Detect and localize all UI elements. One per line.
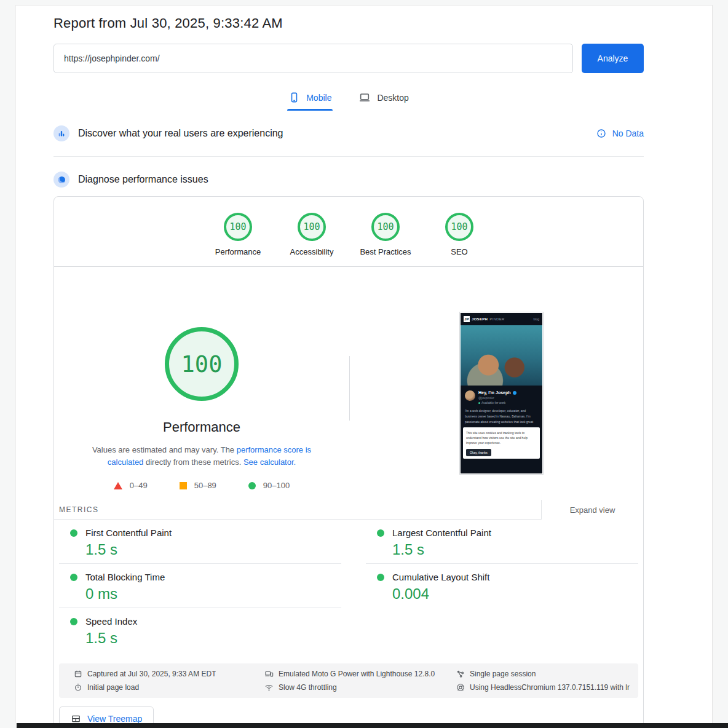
session-share-icon	[456, 670, 465, 678]
thumb-bio: I'm a web designer, developer, educator,…	[461, 405, 542, 425]
chromium-icon	[456, 683, 465, 692]
score-best-practices[interactable]: 100 Best Practices	[349, 213, 422, 256]
best-practices-score-label: Best Practices	[360, 247, 411, 256]
session-type[interactable]: Single page session	[456, 670, 633, 678]
tab-mobile[interactable]: Mobile	[287, 90, 333, 111]
tab-desktop-label: Desktop	[377, 93, 408, 103]
metrics-heading: METRICS	[59, 505, 99, 514]
average-square-icon	[180, 482, 187, 489]
performance-gauge-section: 100 Performance Values are estimated and…	[54, 267, 643, 500]
metric-cumulative-layout-shift: Cumulative Layout Shift 0.004	[366, 564, 638, 608]
score-accessibility[interactable]: 100 Accessibility	[275, 213, 349, 256]
network-signal-icon	[264, 683, 274, 692]
accessibility-score-gauge: 100	[298, 213, 326, 241]
no-data-status[interactable]: No Data	[596, 129, 644, 138]
tab-mobile-label: Mobile	[306, 93, 331, 103]
disclaimer-text-2: directly from these metrics.	[143, 457, 243, 467]
metric-name: Cumulative Layout Shift	[392, 572, 489, 582]
legend-average-range: 50–89	[194, 481, 216, 490]
metric-name: Largest Contentful Paint	[392, 528, 491, 538]
seo-score-label: SEO	[451, 247, 467, 256]
metric-total-blocking-time: Total Blocking Time 0 ms	[59, 564, 341, 608]
metric-first-contentful-paint: First Contentful Paint 1.5 s	[59, 520, 341, 564]
metric-name: Total Blocking Time	[85, 572, 165, 582]
metrics-grid: First Contentful Paint 1.5 s Total Block…	[54, 520, 643, 652]
field-data-title: Discover what your real users are experi…	[78, 128, 283, 139]
metric-pass-dot-icon	[377, 529, 384, 537]
thumb-cookie-banner: This site uses cookies and tracking tool…	[463, 427, 540, 459]
metric-value: 1.5 s	[392, 541, 638, 558]
url-bar: Analyze	[53, 44, 644, 73]
metric-name: First Contentful Paint	[85, 528, 172, 538]
no-data-label: No Data	[612, 129, 644, 138]
thumb-cookie-button: Okay, thanks	[466, 449, 491, 456]
thumb-site-logo: JP	[464, 316, 470, 322]
treemap-icon	[71, 714, 81, 724]
report-page: Report from Jul 30, 2025, 9:33:42 AM Ana…	[15, 5, 713, 723]
thumb-profile: Hey, I'm Joseph @joepinder Available for…	[461, 386, 542, 405]
disclaimer-text-1: Values are estimated and may vary. The	[92, 445, 237, 454]
url-input[interactable]	[53, 44, 573, 73]
gauge-title: Performance	[163, 419, 240, 435]
thumb-cookie-text: This site uses cookies and tracking tool…	[466, 430, 537, 445]
device-tabs: Mobile Desktop	[53, 90, 644, 111]
analyze-button[interactable]: Analyze	[582, 44, 644, 73]
metric-largest-contentful-paint: Largest Contentful Paint 1.5 s	[366, 520, 638, 564]
metric-pass-dot-icon	[70, 618, 77, 625]
score-performance[interactable]: 100 Performance	[201, 213, 275, 256]
see-calculator-link[interactable]: See calculator.	[243, 457, 296, 467]
metric-value: 0 ms	[85, 585, 341, 603]
metric-value: 1.5 s	[85, 630, 341, 647]
page-title: Report from Jul 30, 2025, 9:33:42 AM	[53, 15, 644, 31]
browser-version[interactable]: Using HeadlessChromium 137.0.7151.119 wi…	[456, 683, 633, 692]
accessibility-score-label: Accessibility	[290, 247, 334, 256]
thumb-site-header: JP JOSEPHPINDER blog	[461, 313, 542, 325]
devices-icon	[264, 670, 274, 678]
performance-score-label: Performance	[215, 247, 261, 256]
performance-score-gauge: 100	[224, 213, 252, 241]
throttling[interactable]: Slow 4G throttling	[264, 683, 456, 692]
field-data-section-header: Discover what your real users are experi…	[53, 125, 644, 141]
calendar-icon	[74, 670, 82, 678]
category-scores: 100 Performance 100 Accessibility 100 Be…	[54, 197, 643, 256]
tab-desktop[interactable]: Desktop	[357, 90, 410, 111]
metric-pass-dot-icon	[377, 574, 384, 581]
big-performance-gauge: 100	[165, 327, 239, 401]
legend-average: 50–89	[180, 481, 216, 490]
stopwatch-icon	[74, 683, 82, 692]
score-seo[interactable]: 100 SEO	[422, 213, 496, 256]
metric-value: 1.5 s	[85, 541, 341, 558]
seo-score-gauge: 100	[445, 213, 473, 241]
thumb-brand-light: PINDER	[489, 317, 504, 321]
mobile-phone-icon	[288, 92, 300, 103]
thumb-hero-photo	[461, 325, 542, 386]
site-screenshot-thumbnail: JP JOSEPHPINDER blog Hey, I'm Joseph @jo…	[459, 312, 544, 475]
thumb-handle: @joepinder	[478, 396, 516, 400]
section-divider	[53, 156, 644, 157]
metric-speed-index: Speed Index 1.5 s	[59, 608, 341, 652]
score-legend: 0–49 50–89 90–100	[114, 481, 290, 490]
legend-pass-range: 90–100	[263, 481, 290, 490]
best-practices-score-gauge: 100	[371, 213, 400, 241]
verified-badge-icon	[513, 391, 516, 395]
capture-environment: Captured at Jul 30, 2025, 9:33 AM EDT Em…	[59, 663, 638, 698]
metric-pass-dot-icon	[70, 574, 77, 581]
vertical-divider	[349, 356, 350, 421]
score-disclaimer: Values are estimated and may vary. The p…	[85, 444, 318, 469]
metric-pass-dot-icon	[70, 529, 77, 537]
thumb-greeting: Hey, I'm Joseph	[478, 390, 511, 395]
real-users-icon	[53, 125, 69, 141]
legend-fail-range: 0–49	[130, 481, 148, 490]
fail-triangle-icon	[114, 482, 122, 489]
legend-fail: 0–49	[114, 481, 148, 490]
metric-value: 0.004	[392, 585, 638, 603]
emulated-device[interactable]: Emulated Moto G Power with Lighthouse 12…	[264, 670, 456, 678]
info-icon	[596, 129, 606, 138]
legend-pass: 90–100	[248, 481, 290, 490]
metric-name: Speed Index	[85, 616, 137, 627]
expand-view-button[interactable]: Expand view	[541, 500, 643, 520]
thumb-avatar	[465, 390, 475, 401]
diagnose-icon	[53, 172, 69, 188]
lab-data-section-header: Diagnose performance issues	[53, 172, 644, 188]
view-treemap-label: View Treemap	[87, 714, 142, 724]
